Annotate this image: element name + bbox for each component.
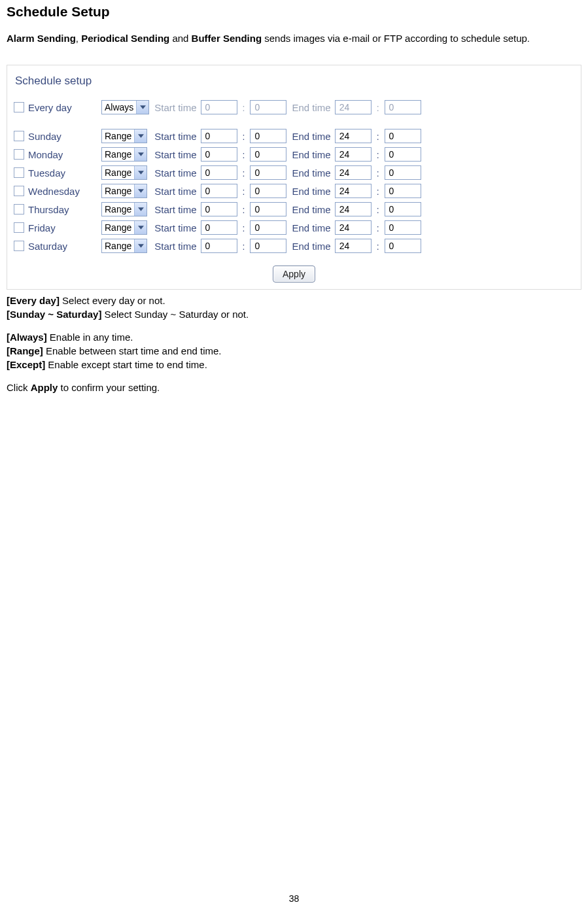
- schedule-row: ThursdayRangeStart time:End time:: [12, 200, 423, 218]
- time-colon: :: [240, 205, 248, 215]
- start-hour-input[interactable]: [201, 147, 237, 162]
- day-checkbox[interactable]: [14, 167, 24, 178]
- end-hour-input[interactable]: [335, 202, 372, 216]
- time-colon: :: [240, 241, 248, 252]
- day-label: Friday: [28, 222, 56, 233]
- apply-button[interactable]: Apply: [273, 266, 315, 283]
- day-checkbox[interactable]: [14, 149, 24, 160]
- end-hour-input[interactable]: [335, 147, 372, 162]
- end-time-label: End time: [289, 102, 332, 113]
- start-time-label: Start time: [152, 241, 198, 252]
- schedule-row: WednesdayRangeStart time:End time:: [12, 182, 423, 200]
- end-minute-input[interactable]: [385, 100, 421, 114]
- mode-select[interactable]: Range: [101, 184, 147, 198]
- start-hour-input[interactable]: [201, 184, 237, 198]
- day-checkbox[interactable]: [14, 241, 24, 251]
- mode-value: Range: [105, 222, 131, 233]
- start-minute-input[interactable]: [250, 239, 286, 253]
- end-minute-input[interactable]: [385, 202, 421, 216]
- end-minute-input[interactable]: [385, 129, 421, 143]
- intro-bold-2: Periodical Sending: [81, 33, 169, 44]
- time-colon: :: [374, 241, 382, 252]
- start-minute-input[interactable]: [250, 202, 286, 216]
- day-checkbox[interactable]: [14, 222, 24, 233]
- mode-value: Range: [105, 167, 131, 178]
- time-colon: :: [374, 205, 382, 215]
- chevron-down-icon: [136, 101, 148, 114]
- start-minute-input[interactable]: [250, 100, 286, 114]
- desc-label: [Sunday ~ Saturday]: [7, 309, 101, 320]
- time-colon: :: [240, 168, 248, 179]
- mode-select[interactable]: Always: [101, 100, 149, 114]
- mode-select[interactable]: Range: [101, 239, 147, 253]
- mode-select[interactable]: Range: [101, 202, 147, 216]
- start-minute-input[interactable]: [250, 147, 286, 162]
- day-label: Tuesday: [28, 167, 65, 179]
- time-colon: :: [240, 131, 248, 142]
- start-hour-input[interactable]: [201, 165, 237, 180]
- end-hour-input[interactable]: [335, 220, 372, 235]
- start-hour-input[interactable]: [201, 129, 237, 143]
- end-hour-input[interactable]: [335, 184, 372, 198]
- desc-label: [Always]: [7, 332, 47, 343]
- chevron-down-icon: [134, 221, 147, 234]
- start-minute-input[interactable]: [250, 165, 286, 180]
- start-hour-input[interactable]: [201, 239, 237, 253]
- day-label: Monday: [28, 149, 63, 160]
- end-time-label: End time: [289, 131, 332, 142]
- start-minute-input[interactable]: [250, 184, 286, 198]
- end-minute-input[interactable]: [385, 239, 421, 253]
- schedule-panel: Schedule setup Every dayAlwaysStart time…: [7, 65, 581, 290]
- desc-text: to confirm your setting.: [58, 382, 160, 393]
- schedule-row: FridayRangeStart time:End time:: [12, 218, 423, 237]
- intro-bold-3: Buffer Sending: [192, 33, 262, 44]
- time-colon: :: [240, 103, 248, 113]
- time-colon: :: [374, 150, 382, 160]
- end-time-label: End time: [289, 241, 332, 252]
- day-checkbox[interactable]: [14, 186, 24, 196]
- page-number: 38: [0, 893, 588, 904]
- schedule-row: MondayRangeStart time:End time:: [12, 145, 423, 163]
- start-time-label: Start time: [152, 131, 198, 142]
- intro-text: ,: [76, 33, 81, 44]
- mode-value: Range: [105, 186, 131, 196]
- end-minute-input[interactable]: [385, 184, 421, 198]
- start-hour-input[interactable]: [201, 100, 237, 114]
- end-hour-input[interactable]: [335, 100, 372, 114]
- mode-select[interactable]: Range: [101, 147, 147, 162]
- end-minute-input[interactable]: [385, 165, 421, 180]
- start-time-label: Start time: [152, 186, 198, 197]
- start-time-label: Start time: [152, 222, 198, 233]
- end-hour-input[interactable]: [335, 165, 372, 180]
- desc-text: Enable between start time and end time.: [43, 345, 222, 356]
- start-hour-input[interactable]: [201, 202, 237, 216]
- chevron-down-icon: [134, 203, 147, 216]
- intro-bold-1: Alarm Sending: [7, 33, 76, 44]
- page-title: Schedule Setup: [7, 4, 581, 20]
- day-checkbox[interactable]: [14, 102, 24, 112]
- mode-select[interactable]: Range: [101, 220, 147, 235]
- day-checkbox[interactable]: [14, 131, 24, 141]
- start-minute-input[interactable]: [250, 129, 286, 143]
- end-minute-input[interactable]: [385, 220, 421, 235]
- start-time-label: Start time: [152, 204, 198, 215]
- intro-paragraph: Alarm Sending, Periodical Sending and Bu…: [7, 31, 581, 45]
- end-hour-input[interactable]: [335, 129, 372, 143]
- end-minute-input[interactable]: [385, 147, 421, 162]
- start-minute-input[interactable]: [250, 220, 286, 235]
- day-label: Thursday: [28, 204, 69, 215]
- chevron-down-icon: [134, 239, 147, 252]
- time-colon: :: [240, 223, 248, 233]
- end-hour-input[interactable]: [335, 239, 372, 253]
- start-time-label: Start time: [152, 167, 198, 179]
- panel-title: Schedule setup: [15, 75, 576, 88]
- chevron-down-icon: [134, 184, 147, 197]
- mode-select[interactable]: Range: [101, 165, 147, 180]
- time-colon: :: [374, 131, 382, 142]
- schedule-row: Every dayAlwaysStart time:End time:: [12, 98, 423, 116]
- day-label: Every day: [28, 102, 72, 113]
- day-checkbox[interactable]: [14, 204, 24, 214]
- start-hour-input[interactable]: [201, 220, 237, 235]
- mode-select[interactable]: Range: [101, 129, 147, 143]
- mode-value: Range: [105, 149, 131, 160]
